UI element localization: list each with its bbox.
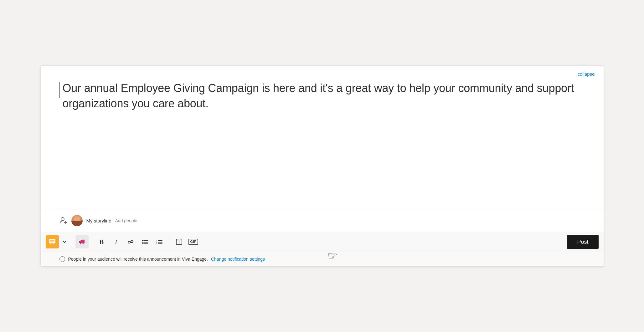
toolbar-divider-3 bbox=[169, 238, 169, 246]
editor-body[interactable]: Our annual Employee Giving Campaign is h… bbox=[41, 66, 604, 210]
toolbar-divider-1 bbox=[72, 238, 72, 246]
structured-content-button[interactable] bbox=[173, 235, 186, 248]
svg-point-12 bbox=[142, 243, 143, 244]
announcement-button[interactable] bbox=[75, 235, 89, 248]
add-people-icon[interactable] bbox=[59, 217, 68, 224]
avatar bbox=[71, 215, 83, 226]
message-type-button[interactable] bbox=[46, 235, 59, 248]
info-icon: i bbox=[59, 256, 65, 262]
gif-button[interactable]: GIF bbox=[187, 235, 200, 248]
bold-button[interactable]: B bbox=[95, 235, 108, 248]
gif-box-label: GIF bbox=[188, 239, 198, 245]
toolbar: B I bbox=[41, 232, 604, 252]
post-button[interactable]: Post bbox=[567, 235, 598, 249]
notification-text: People in your audience will receive thi… bbox=[68, 257, 208, 262]
toolbar-left: B I bbox=[46, 235, 566, 248]
svg-point-0 bbox=[61, 217, 64, 221]
svg-point-8 bbox=[142, 240, 143, 241]
svg-rect-6 bbox=[80, 243, 81, 244]
cursor-hand-indicator: ☞ bbox=[327, 249, 337, 263]
bullet-list-button[interactable] bbox=[138, 235, 152, 248]
svg-point-7 bbox=[84, 240, 85, 243]
add-people-label[interactable]: Add people bbox=[115, 218, 137, 223]
italic-button[interactable]: I bbox=[110, 235, 123, 248]
editor-text-content[interactable]: Our annual Employee Giving Campaign is h… bbox=[59, 81, 585, 111]
post-type-dropdown[interactable] bbox=[60, 235, 69, 248]
editor-container: collapse Our annual Employee Giving Camp… bbox=[40, 65, 604, 267]
notification-bar: i People in your audience will receive t… bbox=[41, 252, 604, 266]
toolbar-divider-2 bbox=[92, 238, 92, 246]
bold-label: B bbox=[100, 238, 104, 246]
svg-point-10 bbox=[142, 242, 143, 243]
svg-text:3: 3 bbox=[156, 243, 157, 245]
text-cursor bbox=[59, 82, 60, 98]
numbered-list-button[interactable]: 1 2 3 bbox=[153, 235, 166, 248]
link-button[interactable] bbox=[124, 235, 137, 248]
italic-label: I bbox=[115, 238, 117, 246]
change-notification-settings-link[interactable]: Change notification settings bbox=[211, 257, 265, 262]
storyline-label: My storyline bbox=[86, 218, 111, 223]
audience-row: My storyline Add people bbox=[41, 210, 604, 232]
